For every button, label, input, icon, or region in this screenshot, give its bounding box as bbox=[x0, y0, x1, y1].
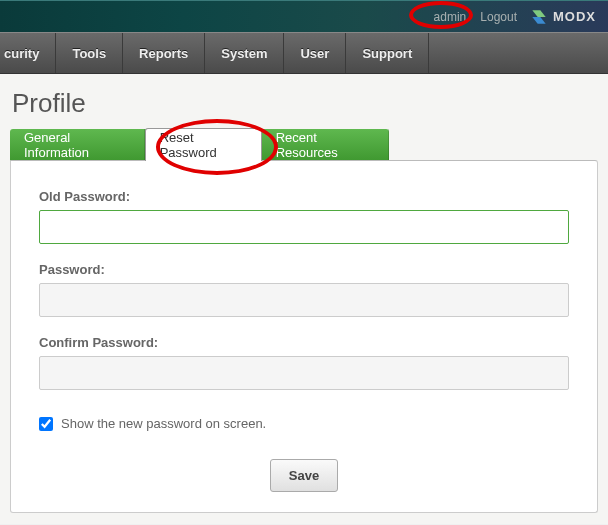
menu-item-reports[interactable]: Reports bbox=[123, 33, 205, 73]
brand-logo[interactable]: MODX bbox=[531, 9, 596, 25]
svg-marker-0 bbox=[532, 10, 545, 17]
menu-item-system[interactable]: System bbox=[205, 33, 284, 73]
menu-item-support[interactable]: Support bbox=[346, 33, 429, 73]
top-bar: admin Logout MODX bbox=[0, 0, 608, 32]
confirm-password-label: Confirm Password: bbox=[39, 335, 569, 350]
show-password-row[interactable]: Show the new password on screen. bbox=[39, 416, 569, 431]
svg-marker-1 bbox=[532, 17, 545, 24]
logout-link[interactable]: Logout bbox=[480, 10, 517, 24]
old-password-label: Old Password: bbox=[39, 189, 569, 204]
user-link[interactable]: admin bbox=[434, 10, 467, 24]
page-title: Profile bbox=[10, 88, 598, 119]
tab-reset-password[interactable]: Reset Password bbox=[145, 128, 262, 161]
form-panel: Old Password: Password: Confirm Password… bbox=[10, 160, 598, 513]
menu-item-tools[interactable]: Tools bbox=[56, 33, 123, 73]
save-button[interactable]: Save bbox=[270, 459, 338, 492]
menu-bar: curity Tools Reports System User Support bbox=[0, 32, 608, 74]
show-password-label: Show the new password on screen. bbox=[61, 416, 266, 431]
menu-item-user[interactable]: User bbox=[284, 33, 346, 73]
tab-strip: General Information Reset Password Recen… bbox=[10, 129, 389, 161]
menu-item-security[interactable]: curity bbox=[0, 33, 56, 73]
page-body: Profile General Information Reset Passwo… bbox=[0, 74, 608, 524]
old-password-input[interactable] bbox=[39, 210, 569, 244]
brand-text: MODX bbox=[553, 9, 596, 24]
confirm-password-input[interactable] bbox=[39, 356, 569, 390]
modx-logo-icon bbox=[531, 9, 547, 25]
password-input[interactable] bbox=[39, 283, 569, 317]
show-password-checkbox[interactable] bbox=[39, 417, 53, 431]
password-label: Password: bbox=[39, 262, 569, 277]
tab-general-information[interactable]: General Information bbox=[10, 129, 145, 161]
tab-recent-resources[interactable]: Recent Resources bbox=[262, 129, 389, 161]
